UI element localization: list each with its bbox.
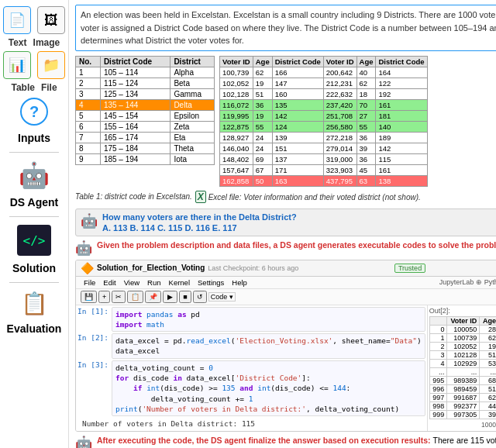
kernel-info: JupyterLab ⊕ Python 3 (ipykernel) — [439, 278, 496, 287]
jupyter-output-area: Out[2]: Voter ID Age District Code 01000… — [427, 305, 496, 432]
kernel-label: Python 3 (ipykernel) — [484, 278, 496, 286]
voter-table-wrapper: Voter IDAgeDistrict CodeVoter IDAgeDistr… — [219, 56, 496, 187]
paste-button[interactable]: 📌 — [145, 291, 161, 303]
text-label: Text — [9, 37, 27, 48]
final-robot-icon: 🤖 — [75, 435, 92, 448]
clipboard-icon: 📋 — [21, 291, 48, 316]
sidebar-dsagent-group: 🤖 DS Agent — [3, 160, 65, 208]
table-file-icons-row: 📊 📁 — [3, 51, 65, 79]
menu-file[interactable]: File — [81, 278, 98, 287]
jupyter-code-area: In [1]: import pandas as pd import math … — [76, 305, 427, 432]
description-text: An election was been held in Excelstan. … — [81, 10, 496, 45]
sidebar-inputs-group: 📄 🖼 Text Image 📊 📁 Table File — [3, 6, 65, 144]
question-options: A. 113 B. 114 C. 115 D. 116 E. 117 — [102, 223, 297, 233]
question-icon: ? — [20, 98, 48, 126]
out-col-age: Age — [480, 316, 496, 325]
question-box: 🤖 How many voters are there in the Delta… — [75, 208, 496, 236]
menu-help[interactable]: Help — [229, 278, 250, 287]
tables-row: No. District Code District 1105 – 114Alp… — [75, 56, 496, 187]
menu-view[interactable]: View — [121, 278, 143, 287]
restart-button[interactable]: ↺ — [193, 291, 207, 303]
cell-3-code[interactable]: delta_voting_count = 0 for dis_code in d… — [112, 360, 425, 416]
jupyter-body: In [1]: import pandas as pd import math … — [76, 305, 496, 432]
sidebar-divider-3 — [9, 282, 59, 283]
image-icon-box: 🖼 — [37, 6, 65, 34]
file-label: File — [41, 82, 57, 93]
add-cell-button[interactable]: + — [98, 291, 110, 303]
district-col-district: District — [170, 56, 215, 67]
run-button[interactable]: ▶ — [163, 291, 177, 303]
jupyter-header: 🔶 Solution_for_Election_Voting Last Chec… — [76, 260, 496, 277]
code-cell-1: In [1]: import pandas as pd import math — [78, 307, 425, 333]
excel-icon: X — [195, 191, 206, 203]
menu-settings[interactable]: Settings — [195, 278, 227, 287]
dsagent-robot-icon: 🤖 — [19, 160, 50, 190]
code-cell-3: In [3]: delta_voting_count = 0 for dis_c… — [78, 360, 425, 416]
sidebar-evaluation-group: 📋 Evaluation — [3, 291, 65, 335]
table-label: Table — [11, 82, 34, 93]
image-icon: 🖼 — [44, 12, 58, 29]
inputs-icons-row: 📄 🖼 — [3, 6, 65, 34]
final-text-bold: After executing the code, the DS agent f… — [97, 436, 431, 445]
output-label: Out[2]: — [429, 307, 496, 315]
cell-2-label: In [2]: — [78, 333, 108, 359]
ds-agent-box: 🤖 Given the problem description and data… — [75, 240, 496, 257]
out-col-voterid: Voter ID — [447, 316, 480, 325]
sidebar: 📄 🖼 Text Image 📊 📁 Table File — [0, 0, 69, 448]
cell-type-selector[interactable]: Code ▾ — [208, 292, 236, 302]
cell-2-code[interactable]: data_excel = pd.read_excel('Election_Vot… — [112, 333, 425, 359]
description-box: An election was been held in Excelstan. … — [75, 5, 496, 51]
table-icon-box: 📊 — [3, 51, 31, 79]
excel-note-text: Excel file: Voter information and their … — [208, 193, 421, 202]
cut-button[interactable]: ✂ — [112, 291, 126, 303]
cell-3-label: In [3]: — [78, 360, 108, 416]
district-col-no: No. — [76, 56, 101, 67]
menu-edit[interactable]: Edit — [100, 278, 119, 287]
question-robot-icon: 🤖 — [81, 212, 98, 229]
solution-section-label: Solution — [12, 262, 56, 274]
district-table: No. District Code District 1105 – 114Alp… — [75, 56, 215, 165]
evaluation-section-label: Evaluation — [7, 322, 62, 335]
district-table-caption: Table 1: district code in Excelstan. — [75, 192, 192, 201]
question-content: How many voters are there in the Delta D… — [102, 212, 297, 233]
dsagent-section-label: DS Agent — [10, 196, 58, 208]
code-icon: </> — [17, 225, 51, 256]
menu-run[interactable]: Run — [144, 278, 164, 287]
stop-button[interactable]: ■ — [179, 291, 191, 303]
text-icon-box: 📄 — [3, 6, 31, 34]
sidebar-solution-group: </> Solution — [3, 225, 65, 274]
save-button[interactable]: 💾 — [81, 291, 97, 303]
cell-1-label: In [1]: — [78, 307, 108, 333]
cell-1-code[interactable]: import pandas as pd import math — [112, 307, 425, 333]
out-col-idx — [429, 316, 447, 325]
jupyter-menu: File Edit View Run Kernel Settings Help … — [76, 277, 496, 289]
document-text-icon: 📄 — [9, 12, 26, 29]
district-table-wrapper: No. District Code District 1105 – 114Alp… — [75, 56, 215, 187]
code-cell-2: In [2]: data_excel = pd.read_excel('Elec… — [78, 333, 425, 359]
table-icon: 📊 — [9, 57, 26, 74]
jupyter-checkpoint: Last Checkpoint: 6 hours ago — [208, 264, 298, 272]
jupyter-toolbar: 💾 + ✂ 📋 📌 ▶ ■ ↺ Code ▾ — [76, 289, 496, 305]
inputs-section-label: Inputs — [18, 132, 50, 144]
main-container: 📄 🖼 Text Image 📊 📁 Table File — [0, 0, 496, 448]
image-label: Image — [33, 37, 60, 48]
file-icon-box: 📁 — [37, 51, 65, 79]
table-file-labels-row: Table File — [11, 82, 57, 93]
jupyter-container: 🔶 Solution_for_Election_Voting Last Chec… — [75, 260, 496, 432]
jupyterlab-label: JupyterLab ⊕ — [439, 278, 482, 286]
file-icon: 📁 — [43, 57, 60, 74]
print-output: Number of voters in Delta district: 115 — [78, 418, 425, 429]
jupyter-logo-icon: 🔶 — [81, 262, 94, 274]
sidebar-divider-2 — [9, 216, 59, 217]
menu-kernel[interactable]: Kernel — [166, 278, 193, 287]
inputs-labels-row: Text Image — [9, 37, 60, 48]
voter-table: Voter IDAgeDistrict CodeVoter IDAgeDistr… — [219, 56, 428, 187]
ds-agent-description-text: Given the problem description and data f… — [97, 240, 496, 251]
captions-row: Table 1: district code in Excelstan. X E… — [75, 191, 496, 205]
copy-button[interactable]: 📋 — [127, 291, 143, 303]
voter-table-excel-note: X Excel file: Voter information and thei… — [195, 191, 421, 202]
final-text: After executing the code, the DS agent f… — [97, 435, 496, 448]
main-content: An election was been held in Excelstan. … — [69, 0, 496, 448]
district-col-code: District Code — [100, 56, 170, 67]
sidebar-divider-1 — [9, 152, 59, 153]
